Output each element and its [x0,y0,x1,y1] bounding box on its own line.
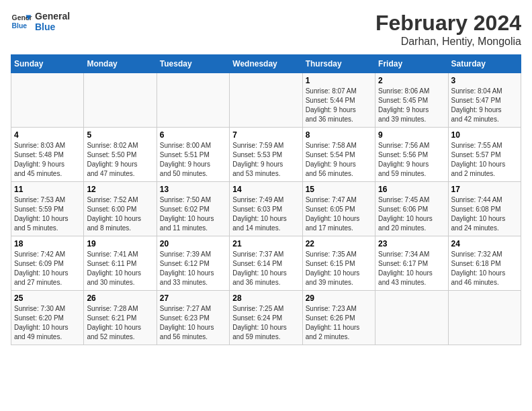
calendar-cell [84,73,157,128]
calendar-cell: 13Sunrise: 7:50 AM Sunset: 6:02 PM Dayli… [157,182,229,236]
day-number: 13 [160,185,226,194]
calendar-cell: 4Sunrise: 8:03 AM Sunset: 5:48 PM Daylig… [11,128,84,182]
day-info: Sunrise: 7:28 AM Sunset: 6:21 PM Dayligh… [87,304,153,342]
calendar-cell: 19Sunrise: 7:41 AM Sunset: 6:11 PM Dayli… [84,236,157,291]
calendar-cell: 14Sunrise: 7:49 AM Sunset: 6:03 PM Dayli… [230,182,302,236]
weekday-header: Friday [375,55,448,73]
day-info: Sunrise: 7:44 AM Sunset: 6:08 PM Dayligh… [451,195,518,233]
subtitle: Darhan, Hentiy, Mongolia [375,36,521,48]
day-info: Sunrise: 8:03 AM Sunset: 5:48 PM Dayligh… [14,141,81,179]
day-number: 18 [14,239,81,248]
day-number: 29 [306,293,372,303]
weekday-header: Tuesday [157,55,229,73]
day-info: Sunrise: 7:32 AM Sunset: 6:18 PM Dayligh… [451,250,518,287]
calendar-cell: 2Sunrise: 8:06 AM Sunset: 5:45 PM Daylig… [375,73,448,128]
day-info: Sunrise: 7:30 AM Sunset: 6:20 PM Dayligh… [14,304,81,342]
day-info: Sunrise: 8:07 AM Sunset: 5:44 PM Dayligh… [306,87,372,124]
day-number: 8 [306,130,372,140]
day-info: Sunrise: 7:53 AM Sunset: 5:59 PM Dayligh… [14,195,81,233]
calendar-cell [375,291,448,345]
day-info: Sunrise: 8:06 AM Sunset: 5:45 PM Dayligh… [378,87,445,124]
day-number: 11 [14,185,81,194]
day-info: Sunrise: 7:39 AM Sunset: 6:12 PM Dayligh… [160,250,226,287]
weekday-header: Wednesday [230,55,302,73]
calendar-cell: 9Sunrise: 7:56 AM Sunset: 5:56 PM Daylig… [375,128,448,182]
calendar-cell: 3Sunrise: 8:04 AM Sunset: 5:47 PM Daylig… [448,73,521,128]
calendar-cell: 5Sunrise: 8:02 AM Sunset: 5:50 PM Daylig… [84,128,157,182]
day-number: 3 [451,76,518,85]
day-info: Sunrise: 7:58 AM Sunset: 5:54 PM Dayligh… [306,141,372,179]
day-info: Sunrise: 7:42 AM Sunset: 6:09 PM Dayligh… [14,250,81,287]
day-number: 6 [160,130,226,140]
day-number: 10 [451,130,518,140]
main-title: February 2024 [375,11,521,36]
logo-line2: Blue [35,21,70,32]
day-number: 26 [87,293,153,303]
title-block: February 2024 Darhan, Hentiy, Mongolia [375,11,521,48]
day-info: Sunrise: 7:45 AM Sunset: 6:06 PM Dayligh… [378,195,445,233]
day-number: 28 [232,293,299,303]
day-info: Sunrise: 7:56 AM Sunset: 5:56 PM Dayligh… [378,141,445,179]
day-number: 5 [87,130,153,140]
day-number: 21 [232,239,299,248]
calendar-cell: 27Sunrise: 7:27 AM Sunset: 6:23 PM Dayli… [157,291,229,345]
day-number: 14 [232,185,299,194]
calendar-cell: 21Sunrise: 7:37 AM Sunset: 6:14 PM Dayli… [230,236,302,291]
svg-text:Blue: Blue [12,22,28,30]
calendar-cell: 10Sunrise: 7:55 AM Sunset: 5:57 PM Dayli… [448,128,521,182]
day-info: Sunrise: 7:47 AM Sunset: 6:05 PM Dayligh… [306,195,372,233]
day-number: 2 [378,76,445,85]
day-number: 22 [306,239,372,248]
day-info: Sunrise: 7:35 AM Sunset: 6:15 PM Dayligh… [306,250,372,287]
calendar-cell: 28Sunrise: 7:25 AM Sunset: 6:24 PM Dayli… [230,291,302,345]
calendar-cell [448,291,521,345]
day-info: Sunrise: 7:34 AM Sunset: 6:17 PM Dayligh… [378,250,445,287]
calendar-cell: 8Sunrise: 7:58 AM Sunset: 5:54 PM Daylig… [302,128,375,182]
calendar-cell: 16Sunrise: 7:45 AM Sunset: 6:06 PM Dayli… [375,182,448,236]
day-info: Sunrise: 7:41 AM Sunset: 6:11 PM Dayligh… [87,250,153,287]
day-info: Sunrise: 8:00 AM Sunset: 5:51 PM Dayligh… [160,141,226,179]
day-info: Sunrise: 7:23 AM Sunset: 6:26 PM Dayligh… [306,304,372,342]
weekday-header: Saturday [448,55,521,73]
calendar-cell: 20Sunrise: 7:39 AM Sunset: 6:12 PM Dayli… [157,236,229,291]
day-number: 17 [451,185,518,194]
day-info: Sunrise: 8:04 AM Sunset: 5:47 PM Dayligh… [451,87,518,124]
calendar-cell: 12Sunrise: 7:52 AM Sunset: 6:00 PM Dayli… [84,182,157,236]
calendar-cell: 25Sunrise: 7:30 AM Sunset: 6:20 PM Dayli… [11,291,84,345]
calendar-cell: 6Sunrise: 8:00 AM Sunset: 5:51 PM Daylig… [157,128,229,182]
calendar-cell: 17Sunrise: 7:44 AM Sunset: 6:08 PM Dayli… [448,182,521,236]
page-header: General Blue General Blue February 2024 … [11,11,521,48]
day-info: Sunrise: 7:50 AM Sunset: 6:02 PM Dayligh… [160,195,226,233]
calendar-cell [11,73,84,128]
day-info: Sunrise: 7:37 AM Sunset: 6:14 PM Dayligh… [232,250,299,287]
day-info: Sunrise: 7:49 AM Sunset: 6:03 PM Dayligh… [232,195,299,233]
calendar-cell [230,73,302,128]
day-info: Sunrise: 7:27 AM Sunset: 6:23 PM Dayligh… [160,304,226,342]
calendar-cell: 24Sunrise: 7:32 AM Sunset: 6:18 PM Dayli… [448,236,521,291]
weekday-header: Monday [84,55,157,73]
day-number: 16 [378,185,445,194]
day-number: 12 [87,185,153,194]
calendar-cell: 7Sunrise: 7:59 AM Sunset: 5:53 PM Daylig… [230,128,302,182]
day-info: Sunrise: 7:55 AM Sunset: 5:57 PM Dayligh… [451,141,518,179]
calendar-cell: 23Sunrise: 7:34 AM Sunset: 6:17 PM Dayli… [375,236,448,291]
calendar-cell: 11Sunrise: 7:53 AM Sunset: 5:59 PM Dayli… [11,182,84,236]
day-info: Sunrise: 8:02 AM Sunset: 5:50 PM Dayligh… [87,141,153,179]
day-number: 1 [306,76,372,85]
day-info: Sunrise: 7:59 AM Sunset: 5:53 PM Dayligh… [232,141,299,179]
day-number: 23 [378,239,445,248]
day-number: 25 [14,293,81,303]
logo-line1: General [35,11,70,21]
calendar-cell: 26Sunrise: 7:28 AM Sunset: 6:21 PM Dayli… [84,291,157,345]
weekday-header: Sunday [11,55,84,73]
logo: General Blue General Blue [11,11,70,32]
logo-icon: General Blue [11,11,32,32]
day-number: 4 [14,130,81,140]
day-number: 20 [160,239,226,248]
weekday-header: Thursday [302,55,375,73]
calendar-cell: 15Sunrise: 7:47 AM Sunset: 6:05 PM Dayli… [302,182,375,236]
day-number: 24 [451,239,518,248]
day-info: Sunrise: 7:25 AM Sunset: 6:24 PM Dayligh… [232,304,299,342]
calendar-table: SundayMondayTuesdayWednesdayThursdayFrid… [11,54,521,345]
day-number: 7 [232,130,299,140]
